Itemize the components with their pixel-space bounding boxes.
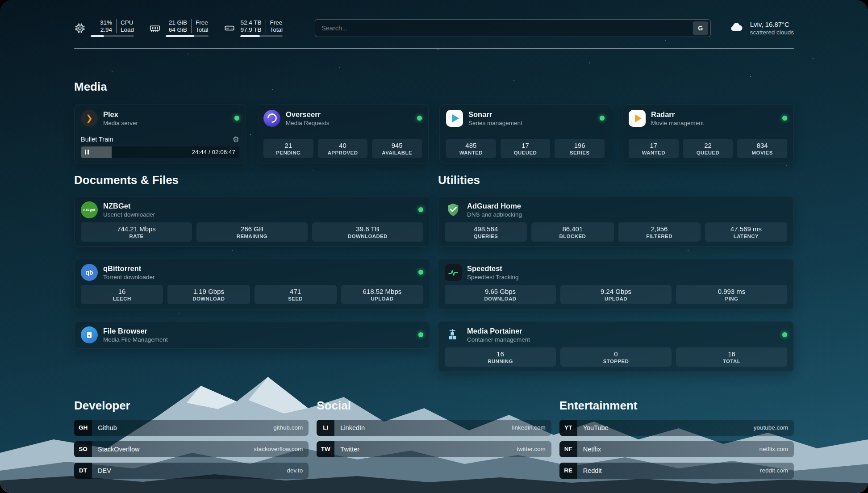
disk-label-1: Free [270,19,283,26]
app-card-sonarr[interactable]: Sonarr Series management 485 WANTED 17 Q… [439,104,611,163]
stat-upload: 9.24 Gbps UPLOAD [560,285,672,304]
stat-queries: 498,564 QUERIES [445,222,527,242]
stat-download: 1.19 Gbps DOWNLOAD [167,285,250,304]
app-card-filebrowser[interactable]: File Browser Media File Management [74,321,430,349]
app-card-adguard[interactable]: AdGuard Home DNS and adblocking 498,564 … [438,196,794,247]
stat-blocked: 86,401 BLOCKED [531,222,613,242]
app-subtitle: Torrent downloader [103,274,155,280]
status-online-dot [417,116,422,121]
speedtest-icon [445,264,462,281]
netflix-icon: NF [559,441,577,457]
bookmark-twitter[interactable]: TW Twitter twitter.com [317,441,551,457]
pause-icon[interactable] [85,150,89,155]
search-input[interactable] [321,25,693,32]
bookmark-netflix[interactable]: NF Netflix netflix.com [559,441,794,457]
status-online-dot [782,116,787,121]
disk-total: 97.9 TB [241,26,262,33]
stat-remaining: 266 GB REMAINING [196,222,308,242]
stat-upload: 618.52 Mbps UPLOAD [341,285,423,304]
app-card-speedtest[interactable]: Speedtest Speedtest Tracking 9.65 Gbps D… [438,259,794,309]
bookmark-github[interactable]: GH Github github.com [74,420,309,436]
bookmark-youtube[interactable]: YT YouTube youtube.com [559,420,794,436]
adguard-icon [445,201,462,218]
disk-label-2: Total [270,26,283,33]
memory-widget: 21 GiB 64 GiB Free Total [149,19,209,37]
app-subtitle: DNS and adblocking [467,211,522,218]
app-name: File Browser [103,327,168,335]
dashboard-screen: 31% 2.94 CPU Load [0,0,868,493]
bookmark-reddit[interactable]: RE Reddit reddit.com [559,463,794,479]
app-subtitle: Movie management [651,120,704,126]
stat-total: 16 TOTAL [676,347,787,367]
app-subtitle: Speedtest Tracking [467,274,519,280]
weather-widget: Lviv, 16.87°C scattered clouds [728,21,794,36]
app-name: Media Portainer [467,327,530,335]
disk-usage-bar [240,35,283,37]
twitter-icon: TW [317,441,334,457]
disk-widget: 52.4 TB 97.9 TB Free Total [224,19,283,37]
search-bar[interactable]: G [315,19,711,37]
app-card-plex[interactable]: ❯ Plex Media server Bullet Train ⚙ [74,104,246,163]
stat-available: 945 AVAILABLE [372,139,422,158]
memory-total: 64 GiB [169,26,187,33]
app-subtitle: Media server [103,120,138,126]
app-card-portainer[interactable]: Media Portainer Container management 16 … [438,321,794,372]
gear-icon[interactable]: ⚙ [233,136,239,143]
app-name: Speedtest [467,264,519,273]
documents-column: Documents & Files nzbget NZBGet Usenet d… [74,173,430,349]
sonarr-icon [446,110,463,127]
cpu-widget: 31% 2.94 CPU Load [74,19,134,37]
stat-movies: 834 MOVIES [737,139,787,158]
app-card-overseerr[interactable]: Overseerr Media Requests 21 PENDING 40 A… [257,104,429,163]
bookmark-stackoverflow[interactable]: SO StackOverflow stackoverflow.com [74,441,309,457]
cpu-label-1: CPU [121,19,134,26]
plex-icon: ❯ [81,110,98,127]
app-name: Overseerr [286,110,330,119]
bookmarks-entertainment: Entertainment YT YouTube youtube.com NF … [559,399,794,479]
stat-queued: 22 QUEUED [683,139,733,158]
app-name: Radarr [651,110,704,119]
app-card-qbittorrent[interactable]: qb qBittorrent Torrent downloader 16 LEE… [74,259,430,309]
dev-icon: DT [74,463,92,479]
github-icon: GH [74,420,92,436]
stat-wanted: 485 WANTED [446,139,496,158]
bookmarks-developer: Developer GH Github github.com SO StackO… [74,399,309,479]
app-card-radarr[interactable]: Radarr Movie management 17 WANTED 22 QUE… [622,104,794,163]
app-subtitle: Media File Management [103,336,168,343]
search-engine-button[interactable]: G [693,21,708,35]
stat-stopped: 0 STOPPED [560,347,672,367]
stat-approved: 40 APPROVED [318,139,368,158]
bookmark-linkedin[interactable]: LI LinkedIn linkedin.com [317,420,551,436]
app-subtitle: Series management [468,120,522,126]
status-online-dot [418,207,423,212]
stackoverflow-icon: SO [74,441,92,457]
app-name: qBittorrent [103,264,155,273]
stat-latency: 47.569 ms LATENCY [705,222,787,242]
section-title-social: Social [317,399,551,413]
cpu-load: 2.94 [100,26,112,33]
stat-pending: 21 PENDING [263,139,313,158]
playback-progress-bar[interactable]: 24:44 / 02:06:47 [81,146,239,158]
status-online-dot [782,332,787,337]
stat-ping: 0.993 ms PING [676,285,787,304]
stat-series: 196 SERIES [555,139,605,158]
portainer-icon [445,326,462,343]
memory-icon [149,22,161,34]
playback-time: 24:44 / 02:06:47 [192,149,235,155]
stat-wanted: 17 WANTED [629,139,679,158]
cloud-icon [728,21,745,36]
bookmarks-social: Social LI LinkedIn linkedin.com TW Twitt… [317,399,551,457]
bookmark-dev[interactable]: DT DEV dev.to [74,463,309,479]
app-name: Sonarr [468,110,522,119]
overseerr-icon [263,110,280,127]
linkedin-icon: LI [317,420,334,436]
dashboard-page: 31% 2.94 CPU Load [74,0,794,479]
app-card-nzbget[interactable]: nzbget NZBGet Usenet downloader 744.21 M… [74,196,430,247]
app-name: AdGuard Home [467,202,522,210]
stat-rate: 744.21 Mbps RATE [81,222,192,242]
section-title-developer: Developer [74,399,309,413]
qbittorrent-icon: qb [81,264,98,281]
app-name: NZBGet [103,202,155,210]
status-online-dot [418,332,423,337]
background-stars [0,0,1,1]
